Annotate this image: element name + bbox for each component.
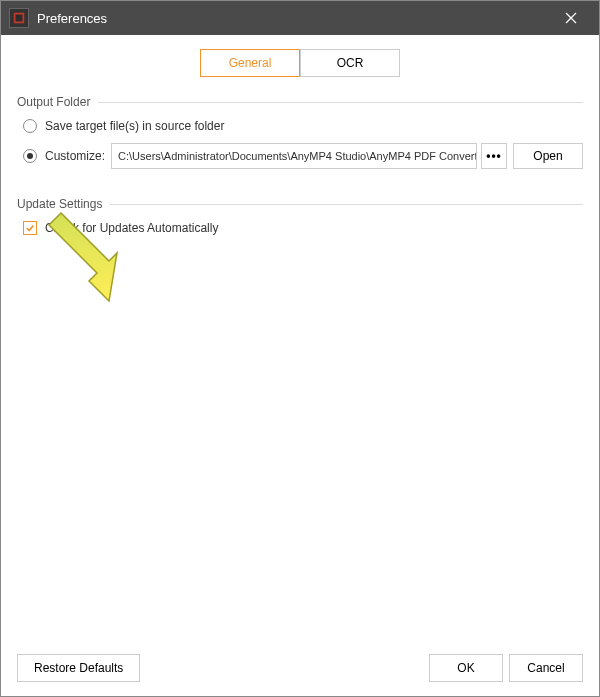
group-header: Output Folder (17, 95, 583, 109)
footer: Restore Defaults OK Cancel (17, 646, 583, 682)
save-source-label[interactable]: Save target file(s) in source folder (45, 119, 224, 133)
path-input[interactable]: C:\Users\Administrator\Documents\AnyMP4 … (111, 143, 477, 169)
save-source-row: Save target file(s) in source folder (17, 119, 583, 133)
update-settings-group: Update Settings Check for Updates Automa… (17, 197, 583, 245)
divider (98, 102, 583, 103)
output-folder-title: Output Folder (17, 95, 90, 109)
update-settings-title: Update Settings (17, 197, 102, 211)
open-button[interactable]: Open (513, 143, 583, 169)
browse-button[interactable]: ••• (481, 143, 507, 169)
customize-label[interactable]: Customize: (45, 149, 105, 163)
output-folder-group: Output Folder Save target file(s) in sou… (17, 95, 583, 179)
content-area: General OCR Output Folder Save target fi… (1, 35, 599, 696)
auto-check-row: Check for Updates Automatically (17, 221, 583, 235)
customize-row: Customize: C:\Users\Administrator\Docume… (17, 143, 583, 169)
cancel-button[interactable]: Cancel (509, 654, 583, 682)
close-button[interactable] (551, 1, 591, 35)
path-text: C:\Users\Administrator\Documents\AnyMP4 … (118, 150, 477, 162)
checkbox-auto-update[interactable] (23, 221, 37, 235)
ok-button[interactable]: OK (429, 654, 503, 682)
restore-defaults-button[interactable]: Restore Defaults (17, 654, 140, 682)
titlebar: Preferences (1, 1, 599, 35)
radio-customize[interactable] (23, 149, 37, 163)
check-icon (25, 223, 35, 233)
tab-bar: General OCR (17, 49, 583, 77)
radio-save-source[interactable] (23, 119, 37, 133)
app-icon (9, 8, 29, 28)
tab-ocr[interactable]: OCR (300, 49, 400, 77)
preferences-window: Preferences General OCR Output Folder Sa… (0, 0, 600, 697)
tab-general[interactable]: General (200, 49, 300, 77)
window-title: Preferences (37, 11, 551, 26)
group-header: Update Settings (17, 197, 583, 211)
auto-check-label[interactable]: Check for Updates Automatically (45, 221, 218, 235)
svg-rect-1 (16, 15, 23, 22)
divider (110, 204, 583, 205)
close-icon (565, 12, 577, 24)
spacer (17, 263, 583, 646)
